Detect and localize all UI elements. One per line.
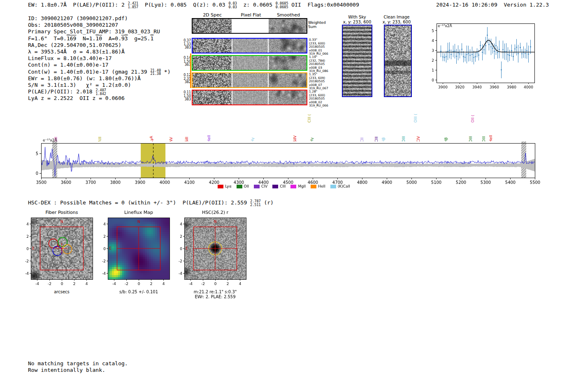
legend-swatch [290,185,296,188]
legend-item: Lyα [218,184,231,188]
legend-swatch [272,185,278,188]
spectrum-canvas [25,141,543,184]
lineflux-map-title: Lineflux Map [108,210,170,216]
emission-line-label: OIII [402,104,407,142]
hsc-xlabel: m:21.2 re:1.1" s:0.3" [184,290,246,295]
emission-line-label: HeII [207,104,213,142]
spec2d-panel: 0.37 1.33 3830.33" (233, 600) 20180505 v… [192,18,340,107]
emission-line-label: OII ( [471,85,476,123]
emission-line-label: Hβ [381,104,387,142]
legend-item: CIV [254,184,267,188]
info-line: Cont(n) = 1.40(±0.00)e-17 [28,62,171,68]
info-line: F=1.6" T=0.169 N=1.10 A=0.93 g=25.1 [28,35,171,42]
info-block: ID: 3090021207 (3090021207.pdf)Obs: 2018… [28,15,171,102]
stack-lower: 1.857 [128,5,139,9]
spec2d-column-title-pixelflat: Pixel Flat [234,12,268,18]
spec2d-row [192,18,307,34]
hsc-xlabel2: EWr: 2. PLAE: 2.559 [184,295,246,299]
spec2d-row-stats: 0.37 1.33 383 [181,39,191,50]
text-segment: LyA z = 2.2522 OII z = 0.0606 [28,95,125,101]
text-segment: 1 [150,35,153,42]
fiber-xlabel: arcsecs [31,290,93,295]
text-segment: OII Flags:0x00400009 [288,2,359,8]
spec2d-strip-image [269,90,307,104]
fiber-positions-plot [19,216,101,290]
spec2d-row-meta: 1.35" (233, 609) 20180505 v008_07 319_RU… [309,73,338,90]
emission-line-label: LyA [149,104,155,142]
legend-swatch [330,185,336,188]
emission-line-label: CIII [374,104,380,142]
legend-label: Lyα [225,184,231,188]
emission-line-label: SiII [54,104,60,142]
spec2d-strip-image [269,56,307,70]
text-segment: A=0. [102,35,121,42]
legend-label: MgII [298,184,306,188]
legend-item: OII [237,184,249,188]
fiber-span-indicator [190,53,191,88]
lineflux-map-panel: Lineflux Map s/b: 0.25 +/- 0.101 [95,210,178,295]
legend-swatch [218,185,223,188]
spec2d-strip-image [269,39,307,53]
emission-line-label: SiII [185,104,190,142]
legend-item: CIII [272,184,286,188]
lineflux-xlabel: s/b: 0.25 +/- 0.101 [108,290,170,295]
legend-item: MgII [290,184,306,188]
emission-line-label: OIII [482,104,488,142]
info-line: Cont(w) = 1.40(±0.01)e-17 (gmag 21.39 21… [28,69,171,75]
text-segment: EW: 1.8±0.7Å P(LAE)/P(OII): 2 [28,2,128,8]
text-segment: λ = 3953.54Å σ = 4.83(±1.86)Å [28,49,125,55]
emission-line-label: Hγ [251,104,256,142]
value-stack: 2.4211.857 [128,2,139,9]
legend-label: CIV [261,184,267,188]
spec2d-row: 0.14 1.50 3631.19" (232, 784) 20180505 v… [192,55,307,71]
text-segment: 169 [67,35,76,42]
info-line: LyA z = 2.2522 OII z = 0.0606 [28,95,171,102]
clean-image [384,25,412,97]
withsky-coords: x, y: 233, 600 [342,20,372,24]
spec2d-row-meta: 0.33" (233, 600) 20180505 v008_01 319_RU… [309,38,338,56]
spec2d-row-stats: 0.14 1.50 363 [181,56,191,67]
text-segment: LineFlux = 8.10(±3.40)e-17 [28,55,112,61]
hscdex-summary: HSC-DEX : Possible Matches = 0 (within +… [28,199,274,206]
spec2d-row-stats: 0.12 2.31 382 [181,74,191,84]
legend-label: (K)CaII [338,184,350,188]
text-segment: z: 0.0605 [237,2,276,8]
legend-swatch [237,185,242,188]
withsky-image [342,25,372,97]
emission-line-label: Hβ [444,104,450,142]
text-segment: Cont(n) = 1.40(±0.00)e-17 [28,62,109,68]
info-line: LineFlux = 8.10(±3.40)e-17 [28,55,171,62]
value-stack: 2.4071.842 [95,88,106,95]
info-line: P(LAE)/P(OII): 2.018 2.4071.842 [28,88,171,95]
emission-line-label: SiIV [293,104,299,142]
stack-lower: 2.511 [250,203,261,207]
text-segment: *) [161,69,170,75]
clean-title: Clean Image [382,15,411,19]
value-stack: 0.030.03 [228,2,237,9]
linefit-zoom-plot [426,20,542,93]
text-segment: 10 [95,35,102,42]
spec2d-strip-image [193,90,232,104]
spec2d-row: 0.11 1.50 3831.28" (233, 600) 20180505 v… [192,90,307,105]
text-segment: Obs: 20180505v008_3090021207 [28,22,118,28]
text-segment: (r) [261,199,274,206]
spec2d-strip-image [193,39,232,53]
fiber-positions-panel: Fiber Positions arcsecs [19,210,101,295]
info-line: Primary Spec_Slot_IFU_AMP: 319_083_023_R… [28,28,171,35]
spec2d-column-title-2dspec: 2D Spec [195,12,230,18]
legend-swatch [311,185,316,188]
spec2d-row-stats: 0.11 1.50 383 [181,91,191,102]
info-line: ID: 3090021207 (3090021207.pdf) [28,15,171,22]
text-segment: g=25. [128,35,151,42]
text-segment: Cont(w) = 1.40(±0.01)e-17 (gmag 21.39 [28,69,150,75]
weighted-sum-label: Weighted Sum [308,21,337,29]
clean-coords: x, y: 233, 600 [382,20,411,24]
emission-line-label: Hγ [310,104,316,142]
footer-line-2: Row intentionally blank. [28,367,105,373]
spec2d-row: 0.37 1.33 3830.33" (233, 600) 20180505 v… [192,38,307,53]
legend-swatch [254,185,260,188]
legend-item: (K)CaII [330,184,350,188]
spec2d-strip-image [232,73,268,87]
text-segment: P(Lyα): 0.085 Q(z): 0.03 [138,2,228,8]
info-line: S/N = 3.1(±1.3) χ² = 1.2(±0.0) [28,82,171,88]
